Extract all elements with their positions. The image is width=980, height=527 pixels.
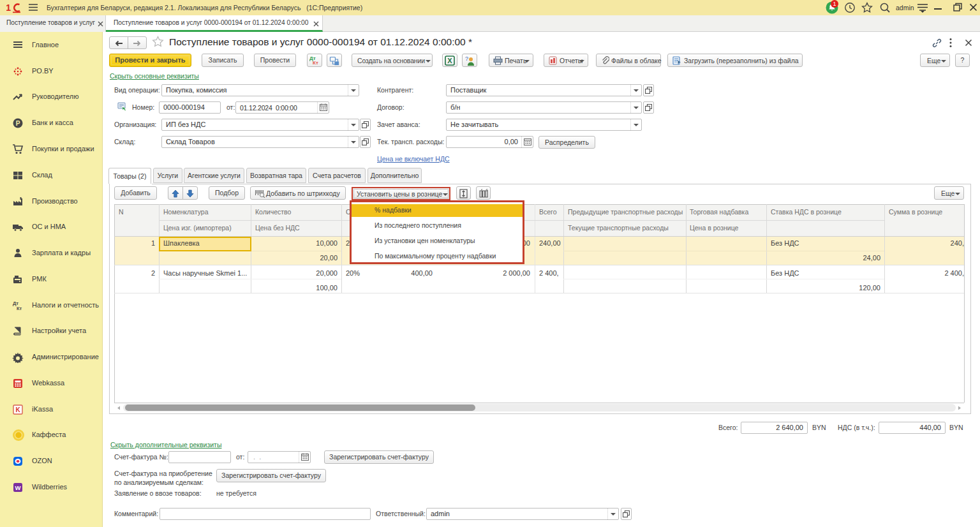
svg-text:Кт: Кт xyxy=(313,60,318,65)
svg-text:W: W xyxy=(15,484,21,491)
svg-text:P: P xyxy=(16,120,20,127)
svg-text:X: X xyxy=(447,57,452,64)
svg-text:?: ? xyxy=(465,56,468,62)
svg-text:1: 1 xyxy=(6,3,11,13)
svg-text:Кт: Кт xyxy=(17,306,22,311)
svg-text:K: K xyxy=(15,406,20,413)
svg-text:1: 1 xyxy=(833,1,836,7)
